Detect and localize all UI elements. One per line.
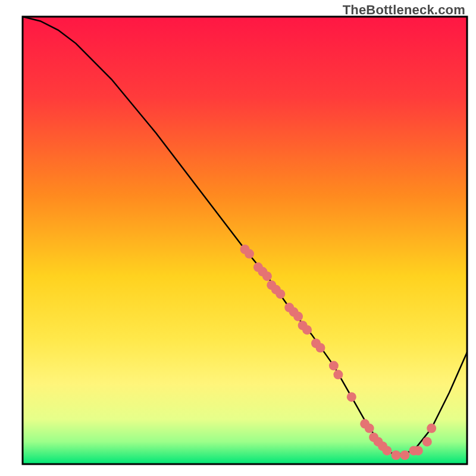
marker-dot [422, 437, 432, 446]
marker-dot [262, 271, 272, 281]
marker-dot [293, 312, 303, 321]
marker-dot [400, 450, 409, 460]
marker-dot [392, 450, 401, 460]
marker-dot [316, 343, 325, 353]
marker-dot [275, 289, 285, 299]
marker-dot [329, 361, 339, 371]
marker-dot [347, 392, 356, 402]
chart-stage: TheBottleneck.com [0, 0, 476, 476]
plot-background [23, 17, 467, 464]
marker-dot [333, 370, 343, 380]
marker-dot [365, 424, 374, 433]
marker-dot [414, 446, 423, 455]
marker-dot [245, 249, 254, 259]
chart-svg [0, 0, 476, 476]
marker-dot [427, 424, 436, 433]
marker-dot [302, 325, 312, 334]
marker-dot [383, 446, 392, 455]
